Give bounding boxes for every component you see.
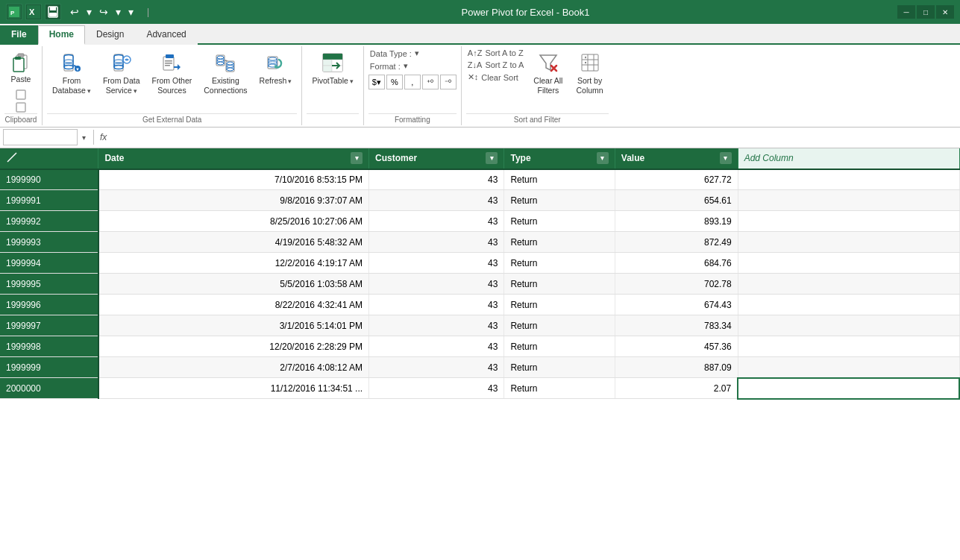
date-cell: 3/1/2016 5:14:01 PM <box>98 315 369 336</box>
close-button[interactable]: ✕ <box>936 5 954 19</box>
minimize-button[interactable]: ─ <box>897 5 915 19</box>
data-type-dropdown[interactable]: ▾ <box>415 48 419 58</box>
row-number-cell: 1999995 <box>0 274 98 295</box>
customer-column-header[interactable]: Customer ▾ <box>369 148 504 169</box>
value-cell: 893.19 <box>615 211 738 232</box>
date-column-header[interactable]: Date ▾ <box>98 148 369 169</box>
svg-point-44 <box>217 56 224 59</box>
date-cell: 8/22/2016 4:32:41 AM <box>98 295 369 315</box>
table-row[interactable]: 19999934/19/2016 5:48:32 AM43Return872.4… <box>0 232 959 253</box>
type-filter-dropdown[interactable]: ▾ <box>597 152 609 164</box>
value-filter-dropdown[interactable]: ▾ <box>720 152 732 164</box>
add-column-label: Add Column <box>744 153 794 163</box>
table-row[interactable]: 199999412/2/2016 4:19:17 AM43Return684.7… <box>0 253 959 274</box>
value-cell: 2.07 <box>615 378 738 399</box>
sort-a-z-button[interactable]: A↑Z Sort A to Z <box>466 48 526 58</box>
refresh-button[interactable]: Refresh <box>254 48 298 92</box>
customize-qat-button[interactable]: ▾ <box>125 4 137 19</box>
table-body: 19999907/10/2016 8:53:15 PM43Return627.7… <box>0 169 959 399</box>
redo-button[interactable]: ↪ <box>96 4 111 19</box>
clear-all-filters-button[interactable]: Clear AllFilters <box>528 48 568 98</box>
maximize-button[interactable]: □ <box>917 5 935 19</box>
table-row[interactable]: 19999968/22/2016 4:32:41 AM43Return674.4… <box>0 295 959 315</box>
clear-sort-button[interactable]: ✕↕ Clear Sort <box>466 72 526 83</box>
table-row[interactable]: 19999928/25/2016 10:27:06 AM43Return893.… <box>0 211 959 232</box>
existing-connections-button[interactable]: ExistingConnections <box>198 48 252 98</box>
fx-label: fx <box>100 132 107 142</box>
decrease-decimals-button[interactable]: ⁻⁰ <box>440 75 457 89</box>
paste-button[interactable]: Paste <box>4 48 37 87</box>
add-column-header[interactable]: Add Column <box>738 148 959 169</box>
table-row[interactable]: 19999973/1/2016 5:14:01 PM43Return783.34 <box>0 315 959 336</box>
customer-filter-dropdown[interactable]: ▾ <box>486 152 498 164</box>
table-header-row: Date ▾ Customer ▾ Type ▾ <box>0 148 959 169</box>
percent-button[interactable]: % <box>386 75 403 89</box>
undo-button[interactable]: ↩ <box>67 4 82 19</box>
undo-dropdown-button[interactable]: ▾ <box>84 4 95 19</box>
svg-rect-39 <box>165 60 172 62</box>
date-cell: 5/5/2016 1:03:58 AM <box>98 274 369 295</box>
pivot-items: PivotTable <box>307 48 358 113</box>
svg-point-35 <box>114 66 123 69</box>
date-cell: 12/20/2016 2:28:29 PM <box>98 336 369 357</box>
row-number-cell: 1999993 <box>0 232 98 253</box>
table-row[interactable]: 199999812/20/2016 2:28:29 PM43Return457.… <box>0 336 959 357</box>
name-box-dropdown[interactable]: ▾ <box>81 133 87 142</box>
format-row[interactable]: Format : ▾ <box>368 60 410 72</box>
date-cell: 2/7/2016 4:08:12 AM <box>98 357 369 378</box>
from-database-button[interactable]: ▼ FromDatabase <box>47 48 96 98</box>
paste-sub-1[interactable] <box>14 89 28 101</box>
sort-filter-group: A↑Z Sort A to Z Z↓A Sort Z to A ✕↕ Clear… <box>462 46 613 125</box>
type-column-header[interactable]: Type ▾ <box>504 148 615 169</box>
row-number-cell: 1999991 <box>0 190 98 211</box>
formula-input[interactable] <box>110 129 957 145</box>
table-row[interactable]: 200000011/12/2016 11:34:51 ...43Return2.… <box>0 378 959 399</box>
dollar-button[interactable]: $▾ <box>368 75 385 89</box>
table-row[interactable]: 19999919/8/2016 9:37:07 AM43Return654.61 <box>0 190 959 211</box>
tab-design[interactable]: Design <box>85 25 135 45</box>
type-cell: Return <box>504 315 615 336</box>
svg-rect-4 <box>14 12 19 17</box>
pivot-table-button[interactable]: PivotTable <box>307 48 358 92</box>
type-cell: Return <box>504 274 615 295</box>
svg-line-79 <box>7 153 16 162</box>
excel-icon[interactable]: X <box>25 4 42 20</box>
tab-file[interactable]: File <box>0 25 38 45</box>
date-cell: 7/10/2016 8:53:15 PM <box>98 169 369 190</box>
sort-by-column-label: Sort byColumn <box>576 76 603 95</box>
tab-home[interactable]: Home <box>38 25 85 45</box>
name-box[interactable] <box>3 129 78 145</box>
sort-z-a-button[interactable]: Z↓A Sort Z to A <box>466 60 526 70</box>
increase-decimals-button[interactable]: ⁺⁰ <box>422 75 439 89</box>
customer-cell: 43 <box>369 253 504 274</box>
title-bar-icons: P X <box>6 4 61 20</box>
date-filter-dropdown[interactable]: ▾ <box>351 152 363 164</box>
svg-rect-40 <box>165 63 172 64</box>
tab-advanced[interactable]: Advanced <box>135 25 197 45</box>
value-cell: 887.09 <box>615 357 738 378</box>
type-cell: Return <box>504 169 615 190</box>
save-icon[interactable] <box>45 4 61 20</box>
comma-button[interactable]: , <box>404 75 421 89</box>
excel-grid-icon[interactable]: P <box>6 4 22 20</box>
from-data-service-label: From DataService <box>103 76 140 95</box>
table-row[interactable]: 19999907/10/2016 8:53:15 PM43Return627.7… <box>0 169 959 190</box>
from-database-icon: ▼ <box>60 51 84 75</box>
redo-dropdown-button[interactable]: ▾ <box>113 4 124 19</box>
sort-filter-label: Sort and Filter <box>466 113 609 125</box>
paste-sub-2[interactable] <box>14 101 28 113</box>
date-cell: 11/12/2016 11:34:51 ... <box>98 378 369 399</box>
svg-rect-38 <box>166 54 174 58</box>
add-column-cell[interactable] <box>738 378 959 399</box>
format-dropdown[interactable]: ▾ <box>404 61 408 71</box>
svg-rect-17 <box>16 103 25 112</box>
table-row[interactable]: 19999992/7/2016 4:08:12 AM43Return887.09 <box>0 357 959 378</box>
from-data-service-button[interactable]: From DataService <box>98 48 145 98</box>
table-row[interactable]: 19999955/5/2016 1:03:58 AM43Return702.78 <box>0 274 959 295</box>
data-type-row[interactable]: Data Type : ▾ <box>368 48 421 59</box>
svg-text:X: X <box>29 7 35 16</box>
from-other-sources-button[interactable]: From OtherSources <box>147 48 198 98</box>
value-column-header[interactable]: Value ▾ <box>615 148 738 169</box>
sort-by-column-button[interactable]: Sort byColumn <box>571 48 608 98</box>
format-label: Format : <box>370 62 401 71</box>
